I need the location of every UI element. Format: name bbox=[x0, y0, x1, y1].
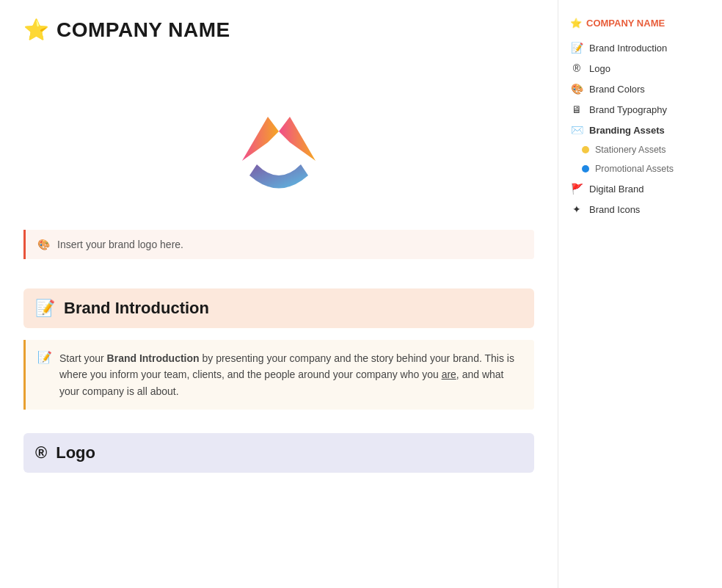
sidebar: ⭐ COMPANY NAME 📝 Brand Introduction ® Lo… bbox=[558, 0, 712, 588]
sidebar-item-brand-colors[interactable]: 🎨 Brand Colors bbox=[558, 79, 712, 99]
sidebar-item-promotional-assets[interactable]: Promotional Assets bbox=[558, 159, 712, 178]
callout-icon-small: 📝 bbox=[37, 350, 52, 364]
brand-logo-svg bbox=[227, 80, 330, 197]
sidebar-label-brand-icons: Brand Icons bbox=[589, 204, 640, 215]
logo-section-header: ® Logo bbox=[23, 433, 534, 473]
sidebar-icon-branding-assets: ✉️ bbox=[570, 124, 583, 136]
sidebar-icon-logo: ® bbox=[570, 62, 583, 74]
main-content: ⭐ COMPANY NAME bbox=[0, 0, 558, 588]
callout-icon: 🎨 bbox=[37, 239, 50, 250]
sidebar-star-icon: ⭐ bbox=[570, 18, 582, 29]
sidebar-item-branding-assets[interactable]: ✉️ Branding Assets bbox=[558, 120, 712, 140]
sidebar-company-label: COMPANY NAME bbox=[586, 18, 665, 29]
sidebar-label-brand-introduction: Brand Introduction bbox=[589, 43, 667, 54]
logo-display-area bbox=[23, 65, 534, 212]
brand-introduction-text: Start your Brand Introduction by present… bbox=[59, 350, 522, 399]
page-title: COMPANY NAME bbox=[56, 18, 230, 42]
sidebar-icon-brand-typography: 🖥 bbox=[570, 104, 583, 115]
star-icon: ⭐ bbox=[23, 18, 49, 42]
sidebar-icon-digital-brand: 🚩 bbox=[570, 183, 583, 195]
sidebar-label-logo: Logo bbox=[589, 63, 610, 74]
sidebar-dot-promotional bbox=[582, 165, 589, 173]
sidebar-item-brand-introduction[interactable]: 📝 Brand Introduction bbox=[558, 37, 712, 58]
brand-introduction-icon: 📝 bbox=[35, 299, 55, 318]
sidebar-label-digital-brand: Digital Brand bbox=[589, 184, 643, 195]
svg-marker-1 bbox=[279, 117, 316, 161]
brand-introduction-title: Brand Introduction bbox=[64, 299, 209, 318]
svg-marker-0 bbox=[242, 117, 279, 161]
sidebar-label-branding-assets: Branding Assets bbox=[589, 125, 665, 136]
sidebar-item-brand-typography[interactable]: 🖥 Brand Typography bbox=[558, 99, 712, 120]
sidebar-label-brand-colors: Brand Colors bbox=[589, 84, 645, 95]
sidebar-item-logo[interactable]: ® Logo bbox=[558, 58, 712, 79]
sidebar-item-digital-brand[interactable]: 🚩 Digital Brand bbox=[558, 178, 712, 199]
sidebar-item-stationery-assets[interactable]: Stationery Assets bbox=[558, 140, 712, 159]
sidebar-item-brand-icons[interactable]: ✦ Brand Icons bbox=[558, 199, 712, 219]
logo-section-title: Logo bbox=[56, 443, 95, 462]
sidebar-label-brand-typography: Brand Typography bbox=[589, 104, 667, 115]
brand-introduction-callout: 📝 Start your Brand Introduction by prese… bbox=[23, 340, 534, 410]
sidebar-icon-brand-colors: 🎨 bbox=[570, 83, 583, 95]
page-header: ⭐ COMPANY NAME bbox=[23, 18, 534, 42]
insert-logo-callout: 🎨 Insert your brand logo here. bbox=[23, 230, 534, 259]
sidebar-icon-brand-icons: ✦ bbox=[570, 203, 583, 215]
sidebar-label-promotional-assets: Promotional Assets bbox=[595, 164, 674, 174]
logo-section-icon: ® bbox=[35, 443, 47, 462]
callout-text: Insert your brand logo here. bbox=[57, 239, 183, 250]
sidebar-label-stationery-assets: Stationery Assets bbox=[595, 145, 666, 155]
sidebar-company-name[interactable]: ⭐ COMPANY NAME bbox=[558, 12, 712, 37]
brand-introduction-header: 📝 Brand Introduction bbox=[23, 288, 534, 328]
sidebar-icon-brand-introduction: 📝 bbox=[570, 42, 583, 54]
sidebar-dot-stationery bbox=[582, 146, 589, 153]
